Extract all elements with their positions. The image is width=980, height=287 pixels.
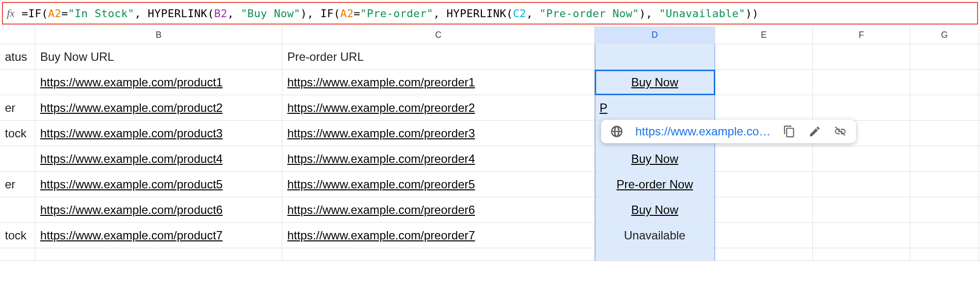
cell-D6[interactable]: Pre-order Now xyxy=(595,172,715,197)
cell-B1[interactable]: Buy Now URL xyxy=(35,44,282,69)
table-row: https://www.example.com/product6https://… xyxy=(0,197,980,223)
cell[interactable] xyxy=(595,248,715,261)
cell-E6[interactable] xyxy=(715,172,813,197)
cell-C6[interactable]: https://www.example.com/preorder5 xyxy=(282,172,595,197)
column-header-C[interactable]: C xyxy=(282,26,595,44)
cell-G8[interactable] xyxy=(910,223,979,248)
cell-G3[interactable] xyxy=(910,95,979,120)
column-header-D[interactable]: D xyxy=(595,26,715,44)
cell-G7[interactable] xyxy=(910,197,979,222)
cell-G4[interactable] xyxy=(910,121,979,146)
cell-D7[interactable]: Buy Now xyxy=(595,197,715,222)
cell-A1[interactable]: atus xyxy=(0,44,35,69)
table-row: erhttps://www.example.com/product2https:… xyxy=(0,95,980,121)
cell-D5[interactable]: Buy Now xyxy=(595,146,715,171)
cell-E2[interactable] xyxy=(715,70,813,95)
cell-E7[interactable] xyxy=(715,197,813,222)
cell-G6[interactable] xyxy=(910,172,979,197)
cell[interactable] xyxy=(0,248,35,261)
cell-A3[interactable]: er xyxy=(0,95,35,120)
copy-link-icon[interactable] xyxy=(782,125,796,138)
cell[interactable] xyxy=(910,248,979,261)
cell-A6[interactable]: er xyxy=(0,172,35,197)
cell-C5[interactable]: https://www.example.com/preorder4 xyxy=(282,146,595,171)
fx-icon: fx xyxy=(7,7,15,20)
cell-E1[interactable] xyxy=(715,44,813,69)
hyperlink-url[interactable]: https://www.example.co… xyxy=(635,125,771,138)
hyperlink-preview-tooltip: https://www.example.co… xyxy=(601,120,856,143)
cell-E8[interactable] xyxy=(715,223,813,248)
cell[interactable] xyxy=(715,248,813,261)
edit-link-icon[interactable] xyxy=(808,125,822,138)
cell[interactable] xyxy=(813,248,910,261)
column-header-E[interactable]: E xyxy=(715,26,813,44)
cell[interactable] xyxy=(282,248,595,261)
cell-G5[interactable] xyxy=(910,146,979,171)
cell-B2[interactable]: https://www.example.com/product1 xyxy=(35,70,282,95)
cell-C3[interactable]: https://www.example.com/preorder2 xyxy=(282,95,595,120)
column-header-A[interactable] xyxy=(0,26,35,44)
column-header-G[interactable]: G xyxy=(910,26,979,44)
cell-B3[interactable]: https://www.example.com/product2 xyxy=(35,95,282,120)
cell-C7[interactable]: https://www.example.com/preorder6 xyxy=(282,197,595,222)
cell-F5[interactable] xyxy=(813,146,910,171)
cell-D2[interactable]: Buy Now xyxy=(595,70,715,95)
cell-E3[interactable] xyxy=(715,95,813,120)
spreadsheet-grid[interactable]: B C D E F G atus Buy Now URL Pre-order U… xyxy=(0,26,980,261)
cell-A8[interactable]: tock xyxy=(0,223,35,248)
cell-B7[interactable]: https://www.example.com/product6 xyxy=(35,197,282,222)
cell-A4[interactable]: tock xyxy=(0,121,35,146)
column-header-B[interactable]: B xyxy=(35,26,282,44)
table-row: https://www.example.com/product4https://… xyxy=(0,146,980,172)
cell[interactable] xyxy=(35,248,282,261)
cell-B5[interactable]: https://www.example.com/product4 xyxy=(35,146,282,171)
cell-F8[interactable] xyxy=(813,223,910,248)
formula-bar[interactable]: fx =IF(A2="In Stock", HYPERLINK(B2, "Buy… xyxy=(2,2,978,25)
cell-D8[interactable]: Unavailable xyxy=(595,223,715,248)
cell-D1[interactable] xyxy=(595,44,715,69)
cell-F7[interactable] xyxy=(813,197,910,222)
cell-D3[interactable]: P xyxy=(595,95,715,120)
cell-A2[interactable] xyxy=(0,70,35,95)
table-row: erhttps://www.example.com/product5https:… xyxy=(0,172,980,197)
cell-A7[interactable] xyxy=(0,197,35,222)
table-row: atus Buy Now URL Pre-order URL xyxy=(0,44,980,70)
cell-G1[interactable] xyxy=(910,44,979,69)
cell-B4[interactable]: https://www.example.com/product3 xyxy=(35,121,282,146)
table-row: tockhttps://www.example.com/product7http… xyxy=(0,223,980,248)
cell-F3[interactable] xyxy=(813,95,910,120)
cell-C8[interactable]: https://www.example.com/preorder7 xyxy=(282,223,595,248)
cell-C1[interactable]: Pre-order URL xyxy=(282,44,595,69)
column-headers-row: B C D E F G xyxy=(0,26,980,44)
globe-icon xyxy=(610,125,624,138)
cell-C2[interactable]: https://www.example.com/preorder1 xyxy=(282,70,595,95)
cell-A5[interactable] xyxy=(0,146,35,171)
unlink-icon[interactable] xyxy=(833,125,847,138)
cell-B8[interactable]: https://www.example.com/product7 xyxy=(35,223,282,248)
cell-B6[interactable]: https://www.example.com/product5 xyxy=(35,172,282,197)
cell-F1[interactable] xyxy=(813,44,910,69)
table-row xyxy=(0,248,980,261)
cell-F6[interactable] xyxy=(813,172,910,197)
formula-text[interactable]: =IF(A2="In Stock", HYPERLINK(B2, "Buy No… xyxy=(22,7,759,20)
cell-C4[interactable]: https://www.example.com/preorder3 xyxy=(282,121,595,146)
cell-F2[interactable] xyxy=(813,70,910,95)
table-row: https://www.example.com/product1https://… xyxy=(0,70,980,95)
column-header-F[interactable]: F xyxy=(813,26,910,44)
cell-G2[interactable] xyxy=(910,70,979,95)
cell-E5[interactable] xyxy=(715,146,813,171)
